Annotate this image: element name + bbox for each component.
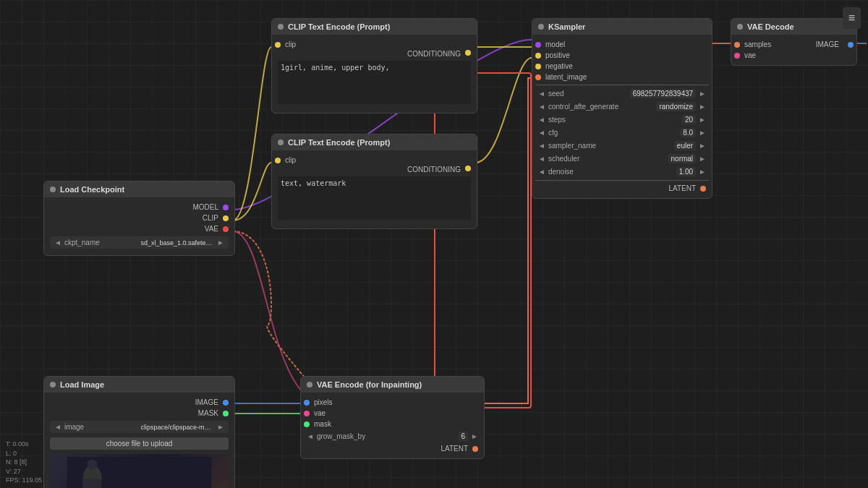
ksampler-status-dot — [538, 24, 544, 30]
control-value[interactable]: randomize — [656, 102, 696, 111]
control-right-arrow[interactable]: ► — [699, 103, 706, 111]
steps-value[interactable]: 20 — [682, 115, 696, 124]
latent-out-port-2[interactable] — [472, 446, 478, 452]
clip-in-port-row-2: clip — [275, 155, 474, 166]
vae-in-label: vae — [744, 51, 756, 59]
sampler-left-arrow[interactable]: ◄ — [538, 142, 545, 150]
control-left-arrow[interactable]: ◄ — [538, 103, 545, 111]
image-out-port-2[interactable] — [223, 400, 229, 406]
menu-button[interactable]: ≡ — [843, 7, 861, 29]
cfg-right-arrow[interactable]: ► — [699, 129, 706, 137]
vae-in-row: vae — [734, 50, 854, 61]
seed-param: ◄ seed 698257792839437 ► — [535, 87, 709, 100]
vae-in-port-2[interactable] — [304, 411, 310, 416]
load-checkpoint-node: Load Checkpoint MODEL CLIP VAE ◄ ckpt_na… — [43, 181, 235, 256]
load-image-node: Load Image IMAGE MASK ◄ image clipspace/… — [43, 376, 235, 488]
scheduler-right-arrow[interactable]: ► — [699, 155, 706, 163]
negative-in-port[interactable] — [535, 64, 541, 69]
status-time: T: 0.00s — [6, 440, 42, 449]
mask-in-port[interactable] — [304, 421, 310, 427]
cfg-left-arrow[interactable]: ◄ — [538, 129, 545, 137]
scheduler-label: scheduler — [548, 155, 665, 163]
vae-encode-body: pixels vae mask ◄ grow_mask_by 6 ► LATEN… — [301, 393, 484, 458]
grow-value[interactable]: 6 — [459, 432, 469, 441]
upload-button[interactable]: choose file to upload — [50, 437, 229, 450]
model-out-port[interactable] — [223, 205, 229, 210]
conditioning-out-port-2[interactable] — [465, 166, 471, 171]
mask-in-label: mask — [314, 420, 331, 428]
ckpt-left-arrow[interactable]: ◄ — [54, 239, 61, 247]
clip-in-port-2[interactable] — [275, 158, 281, 163]
conditioning-out-port[interactable] — [465, 50, 471, 56]
vae-in-row-2: vae — [304, 408, 481, 419]
denoise-value[interactable]: 1.00 — [676, 167, 696, 176]
image-right-arrow[interactable]: ► — [217, 423, 224, 431]
vae-in-label-2: vae — [314, 409, 326, 417]
pixels-in-port[interactable] — [304, 400, 310, 406]
latent-in-port[interactable] — [535, 74, 541, 80]
steps-left-arrow[interactable]: ◄ — [538, 116, 545, 124]
model-in-label: model — [545, 40, 565, 48]
load-image-header: Load Image — [44, 377, 234, 393]
denoise-left-arrow[interactable]: ◄ — [538, 168, 545, 176]
grow-right-arrow[interactable]: ► — [471, 432, 478, 440]
clip-in-label: clip — [285, 40, 296, 48]
ksampler-title: KSampler — [548, 22, 585, 31]
clip-text-encode-1-body: clip CONDITIONING 1girl, anime, upper bo… — [272, 35, 477, 113]
ksampler-divider — [535, 85, 709, 85]
status-v: V: 27 — [6, 467, 42, 476]
mask-out-port[interactable] — [223, 411, 229, 416]
clip-in-label-2: clip — [285, 156, 296, 164]
denoise-right-arrow[interactable]: ► — [699, 168, 706, 176]
ckpt-right-arrow[interactable]: ► — [217, 239, 224, 247]
cfg-param: ◄ cfg 8.0 ► — [535, 127, 709, 139]
sampler-value[interactable]: euler — [674, 141, 696, 150]
vae-encode-title: VAE Encode (for Inpainting) — [317, 380, 422, 389]
ckpt-name-value[interactable]: sd_xl_base_1.0.safetensors — [141, 239, 215, 247]
prompt-text-1[interactable]: 1girl, anime, upper body, — [278, 61, 471, 104]
positive-in-port[interactable] — [535, 53, 541, 59]
vae-out-row: VAE — [47, 223, 231, 234]
negative-in-row: negative — [535, 61, 709, 72]
vae-out-port[interactable] — [223, 226, 229, 232]
image-out-row-2: IMAGE — [47, 397, 231, 408]
samples-in-row: samples IMAGE — [734, 39, 854, 50]
model-out-row: MODEL — [47, 202, 231, 213]
vae-encode-status-dot — [307, 382, 312, 388]
seed-value[interactable]: 698257792839437 — [630, 89, 696, 98]
vae-in-port[interactable] — [734, 53, 740, 59]
clip-text-encode-2-title: CLIP Text Encode (Prompt) — [288, 138, 390, 147]
mask-out-row: MASK — [47, 408, 231, 419]
load-checkpoint-status-dot — [50, 187, 56, 192]
positive-in-label: positive — [545, 51, 570, 59]
clip-text-encode-2-header: CLIP Text Encode (Prompt) — [272, 134, 477, 150]
latent-in-row: latent_image — [535, 72, 709, 82]
negative-in-label: negative — [545, 62, 573, 70]
seed-right-arrow[interactable]: ► — [699, 90, 706, 98]
cfg-label: cfg — [548, 129, 677, 137]
samples-in-port[interactable] — [734, 42, 740, 48]
model-out-label: MODEL — [192, 203, 218, 211]
clip-out-label: CLIP — [203, 214, 218, 222]
image-left-arrow[interactable]: ◄ — [54, 423, 61, 431]
grow-label: grow_mask_by — [317, 432, 456, 440]
grow-mask-param: ◄ grow_mask_by 6 ► — [304, 430, 481, 442]
svg-point-2 — [88, 459, 98, 469]
cfg-value[interactable]: 8.0 — [680, 128, 696, 137]
image-name-value[interactable]: clipspace/clipspace-mask-6431262... — [141, 424, 215, 431]
clip-in-port[interactable] — [275, 42, 281, 48]
image-out-port[interactable] — [848, 42, 854, 48]
sampler-right-arrow[interactable]: ► — [699, 142, 706, 150]
clip-out-port[interactable] — [223, 215, 229, 221]
load-checkpoint-body: MODEL CLIP VAE ◄ ckpt_name sd_xl_base_1.… — [44, 197, 234, 255]
scheduler-left-arrow[interactable]: ◄ — [538, 155, 545, 163]
ksampler-body: model positive negative latent_image ◄ s… — [532, 35, 712, 198]
grow-left-arrow[interactable]: ◄ — [307, 432, 314, 440]
scheduler-value[interactable]: normal — [668, 154, 697, 163]
prompt-text-2[interactable]: text, watermark — [278, 176, 471, 220]
seed-left-arrow[interactable]: ◄ — [538, 90, 545, 98]
steps-right-arrow[interactable]: ► — [699, 116, 706, 124]
image-out-label-2: IMAGE — [195, 398, 218, 406]
latent-out-port[interactable] — [700, 186, 706, 192]
model-in-port[interactable] — [535, 42, 541, 48]
